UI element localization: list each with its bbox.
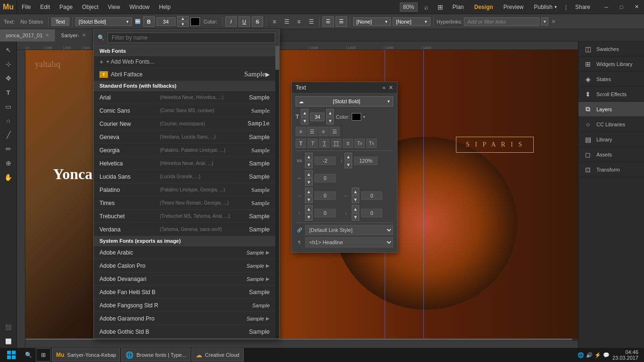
close-btn[interactable]: ✕ xyxy=(629,0,644,14)
size-up-btn[interactable]: ▲ xyxy=(177,16,189,21)
tp-para-style-select[interactable]: <h1> Headline xyxy=(305,237,393,247)
tp-style-superscript[interactable]: Ts xyxy=(355,139,365,148)
font-item-abril[interactable]: T Abril Fatface Sample ▶ xyxy=(94,68,275,81)
tp-color-arrow[interactable]: ▾ xyxy=(363,115,365,119)
menu-view[interactable]: View xyxy=(103,0,125,14)
font-item-lucida[interactable]: Lucida Sans (Lucida Grande, ...) Sample xyxy=(94,170,275,183)
text-panel-close[interactable]: ✕ xyxy=(388,84,393,91)
tool-pan[interactable]: ✋ xyxy=(1,171,16,184)
tp-leading-val[interactable]: 120% xyxy=(354,156,378,165)
tp-style-lowercase[interactable]: tt xyxy=(343,139,353,148)
tp-indent1-down[interactable]: ▼ xyxy=(305,196,313,203)
align-center-btn[interactable]: ☰ xyxy=(281,16,292,27)
h-scrollbar[interactable] xyxy=(25,340,578,348)
tab-yonca-close[interactable]: ✕ xyxy=(45,33,49,38)
tp-tracking-val[interactable]: -2 xyxy=(314,156,336,165)
font-item-adobe-arabic[interactable]: Adobe Arabic Sample ▶ xyxy=(94,246,275,259)
tab-sariyer[interactable]: Sariyer- ✕ xyxy=(55,29,92,41)
font-item-times[interactable]: Times (Times New Roman, Georgia, ...) Sa… xyxy=(94,197,275,210)
tp-sp3-val[interactable]: 0 xyxy=(361,209,382,217)
menu-edit[interactable]: Edit xyxy=(35,0,55,14)
tp-sp1-down[interactable]: ▼ xyxy=(305,178,313,186)
align-right-btn[interactable]: ≡ xyxy=(294,16,304,27)
panel-assets[interactable]: ◻ Assets xyxy=(578,147,644,162)
tool-select2[interactable]: ⊹ xyxy=(1,58,16,71)
panel-states[interactable]: ◈ States xyxy=(578,72,644,87)
add-web-fonts-row[interactable]: + + Add Web Fonts... xyxy=(94,56,275,68)
tp-sp2-val[interactable]: 0 xyxy=(314,209,336,217)
font-item-verdana[interactable]: Verdana (Tahoma, Geneva, sans-serif) Sam… xyxy=(94,223,275,236)
plan-btn[interactable]: Plan xyxy=(448,4,469,10)
tp-size-down[interactable]: ▼ xyxy=(301,117,308,124)
font-item-adobe-fangsong[interactable]: Adobe Fangsong Std R Sample xyxy=(94,299,275,312)
panel-swatches[interactable]: ◫ Swatches xyxy=(578,41,644,57)
maximize-btn[interactable]: □ xyxy=(614,0,629,14)
tp-indent1-up[interactable]: ▲ xyxy=(305,188,313,195)
tp-size-val[interactable]: 34 xyxy=(310,113,324,121)
tp-indent2-down[interactable]: ▼ xyxy=(352,196,359,203)
size-down-btn[interactable]: ▼ xyxy=(177,22,189,27)
tab-sariyer-close[interactable]: ✕ xyxy=(82,33,86,38)
font-item-georgia[interactable]: Georgia (Palatino, Palatino Linotype, ..… xyxy=(94,144,275,157)
color-picker[interactable] xyxy=(190,17,200,26)
underline-btn[interactable]: U xyxy=(239,16,250,27)
text-tab[interactable]: Text xyxy=(51,17,69,26)
tp-sp2-up[interactable]: ▲ xyxy=(305,205,313,213)
tp-leading-down[interactable]: ▼ xyxy=(345,161,352,168)
taskbar-start-btn[interactable] xyxy=(2,348,21,362)
font-item-palatino[interactable]: Palatino (Palatino Linotype, Georgia, ..… xyxy=(94,183,275,197)
tool-rectangle[interactable]: ▭ xyxy=(1,100,16,113)
font-list-scrollbar-thumb[interactable] xyxy=(275,46,279,70)
minimize-btn[interactable]: ─ xyxy=(599,0,614,14)
tp-font-dropdown[interactable]: ☁ [Stolzl Bold] ▾ xyxy=(296,96,393,107)
list-btn[interactable]: ☰ xyxy=(322,16,334,27)
font-item-arial[interactable]: Arial (Helvetica Neue, Helvetica, ...) S… xyxy=(94,91,275,104)
tp-style-subscript[interactable]: Ts xyxy=(366,139,377,148)
font-item-courier[interactable]: Courier New (Courier, monospace) Sample xyxy=(94,117,275,131)
taskbar-muse-app[interactable]: Mu Sariyer-Yonca-Kebap xyxy=(52,348,120,362)
tool-pen[interactable]: ✏ xyxy=(1,142,16,156)
zoom-icon[interactable]: ⌕ xyxy=(420,0,433,14)
font-dropdown[interactable]: [Stolzl Bold] ▾ xyxy=(75,17,132,26)
tp-size-down2[interactable]: ▼ xyxy=(326,117,334,124)
tp-link-style-select[interactable]: [Default Link Style] xyxy=(305,225,393,235)
tp-style-underline[interactable]: T xyxy=(319,139,330,148)
menu-window[interactable]: Window xyxy=(125,0,155,14)
taskbar-clock[interactable]: 04:46 23.03.2017 xyxy=(612,349,642,361)
font-item-comic-sans[interactable]: Comic Sans (Comic Sans MS, cursive) Samp… xyxy=(94,104,275,117)
publish-btn[interactable]: Publish ▾ xyxy=(529,4,561,10)
tp-style-italic[interactable]: T xyxy=(307,139,318,148)
taskbar-cc-app[interactable]: ☁ Creative Cloud xyxy=(191,348,244,362)
font-size-input[interactable]: 34 xyxy=(157,17,175,26)
tp-size-up2[interactable]: ▲ xyxy=(326,109,334,116)
font-item-helvetica[interactable]: Helvetica (Helvetica Neue, Arial, ...) S… xyxy=(94,157,275,170)
tp-style-double-underline[interactable]: TT xyxy=(331,139,341,148)
menu-object[interactable]: Object xyxy=(77,0,103,14)
font-item-adobe-gothic[interactable]: Adobe Gothic Std B Sample xyxy=(94,325,275,338)
preview-btn[interactable]: Preview xyxy=(499,4,528,10)
tp-leading-up[interactable]: ▲ xyxy=(345,153,352,160)
hyperlinks-arrow[interactable]: ▾ xyxy=(541,17,548,25)
tp-indent1-val[interactable]: 0 xyxy=(314,191,336,200)
panel-widgets-library[interactable]: ⊞ Widgets Library xyxy=(578,57,644,72)
tp-tracking-up[interactable]: ▲ xyxy=(305,153,313,160)
tray-action-center[interactable]: 💬 xyxy=(603,352,610,358)
tray-battery-icon[interactable]: ⚡ xyxy=(594,352,601,358)
tp-sp1-val[interactable]: 0 xyxy=(314,174,336,182)
tool-line[interactable]: ╱ xyxy=(1,128,16,141)
align-justify-btn[interactable]: ☰ xyxy=(306,16,316,27)
align-left-btn[interactable]: ≡ xyxy=(269,16,280,27)
tp-sp2-down[interactable]: ▼ xyxy=(305,213,313,221)
tool-fill[interactable]: ⬛ xyxy=(1,321,16,334)
font-item-adobe-fan-heiti[interactable]: Adobe Fan Heiti Std B Sample xyxy=(94,286,275,299)
taskbar-search-btn[interactable]: 🔍 xyxy=(22,348,35,362)
tool-nav[interactable]: ✥ xyxy=(1,72,16,85)
tray-network-icon[interactable]: 🌐 xyxy=(578,352,584,358)
menu-help[interactable]: Help xyxy=(154,0,175,14)
font-list-scrollbar[interactable] xyxy=(275,46,279,338)
font-item-geneva[interactable]: Geneva (Verdana, Lucida Sans, ...) Sampl… xyxy=(94,131,275,144)
tp-tracking-down[interactable]: ▼ xyxy=(305,161,313,168)
text-panel-collapse[interactable]: « xyxy=(382,84,386,91)
tp-align-justify[interactable]: ☰ xyxy=(330,127,340,136)
panel-transform[interactable]: ⊡ Transform xyxy=(578,162,644,177)
